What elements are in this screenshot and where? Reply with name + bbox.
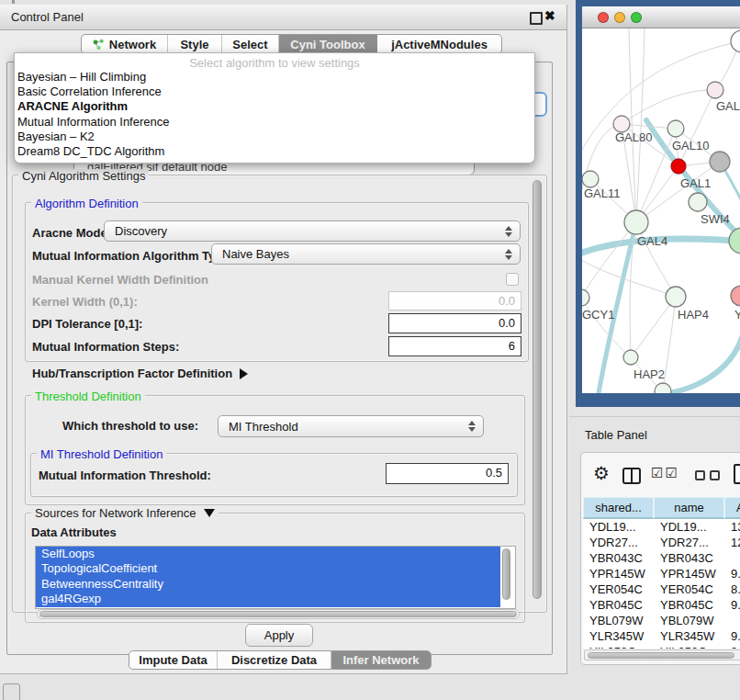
table-hscroll-thumb[interactable] bbox=[588, 652, 734, 659]
manual-kernel-checkbox[interactable] bbox=[506, 273, 519, 286]
tab-label: Network bbox=[109, 38, 156, 51]
network-node[interactable] bbox=[671, 159, 686, 174]
minimized-panel-icon[interactable] bbox=[3, 683, 20, 700]
tab-label: jActiveMNodules bbox=[391, 38, 488, 51]
attribute-list-item[interactable]: gal4RGexp bbox=[36, 592, 500, 606]
aracne-mode-combo[interactable]: Discovery bbox=[104, 220, 521, 242]
algorithm-option[interactable]: Mutual Information Inference bbox=[15, 115, 534, 130]
column-header-shared-name[interactable]: shared... bbox=[583, 497, 654, 519]
hub-section-toggle[interactable]: Hub/Transcription Factor Definition bbox=[32, 367, 248, 380]
collapsed-arrow-icon bbox=[240, 368, 248, 379]
zoom-traffic-light-icon[interactable] bbox=[631, 12, 642, 23]
top-edge-tick bbox=[12, 0, 15, 4]
control-panel-titlebar[interactable]: Control Panel ✖ bbox=[0, 5, 566, 30]
table-cell: YIL052C bbox=[654, 644, 724, 649]
unselect-all-checkbox-icon-2[interactable] bbox=[710, 470, 720, 480]
float-window-icon[interactable] bbox=[530, 12, 543, 25]
mi-threshold-field[interactable]: 0.5 bbox=[386, 463, 509, 484]
unselect-all-checkbox-icon-1[interactable] bbox=[695, 470, 705, 480]
column-header-partial[interactable]: A bbox=[724, 497, 740, 519]
minimize-traffic-light-icon[interactable] bbox=[614, 12, 625, 23]
attributes-hscroll-thumb[interactable] bbox=[39, 611, 517, 617]
new-table-icon[interactable] bbox=[734, 464, 740, 484]
table-row[interactable]: YIL052CYIL052C9. bbox=[583, 644, 740, 649]
network-node[interactable] bbox=[710, 152, 730, 172]
attributes-hscroll-track[interactable] bbox=[37, 609, 520, 619]
network-canvas[interactable]: GALGAL80GAL10GAL1GAL11SWI4GAL4GCY1HAP4YH… bbox=[582, 28, 740, 393]
hub-section-label: Hub/Transcription Factor Definition bbox=[32, 367, 232, 380]
manual-kernel-label: Manual Kernel Width Definition bbox=[32, 273, 208, 287]
network-node[interactable] bbox=[624, 210, 648, 234]
network-node[interactable] bbox=[689, 193, 707, 211]
which-threshold-combo[interactable]: MI Threshold bbox=[218, 415, 484, 437]
table-row[interactable]: YLR345WYLR345W9. bbox=[583, 628, 740, 644]
table-cell: YDL19... bbox=[583, 519, 654, 535]
bottom-tab-infer-network[interactable]: Infer Network bbox=[331, 651, 431, 669]
table-row[interactable]: YBL079WYBL079W bbox=[583, 613, 740, 628]
sources-group-title: Sources for Network Inference bbox=[35, 506, 196, 520]
settings-vertical-scrollbar[interactable] bbox=[533, 180, 542, 599]
column-header-name[interactable]: name bbox=[654, 497, 724, 519]
network-node[interactable] bbox=[707, 82, 723, 98]
apply-button[interactable]: Apply bbox=[245, 624, 313, 647]
attributes-list-scrollbar[interactable] bbox=[502, 548, 510, 600]
network-node[interactable] bbox=[623, 350, 638, 365]
tab-network[interactable]: Network bbox=[82, 35, 168, 53]
network-node[interactable] bbox=[582, 171, 599, 187]
cyni-bottom-tabs: Impute DataDiscretize DataInfer Network bbox=[129, 650, 432, 670]
table-row[interactable]: YBR045CYBR045C9. bbox=[583, 597, 740, 613]
sources-group-toggle[interactable]: Sources for Network Inference bbox=[31, 506, 219, 520]
close-icon[interactable]: ✖ bbox=[544, 8, 555, 23]
network-edge[interactable] bbox=[669, 332, 740, 393]
tab-jactivemnodules[interactable]: jActiveMNodules bbox=[377, 35, 501, 53]
tab-label: Select bbox=[232, 38, 267, 51]
network-node[interactable] bbox=[731, 286, 740, 306]
column-browser-icon[interactable] bbox=[622, 468, 641, 484]
network-node[interactable] bbox=[582, 289, 589, 306]
tab-cyni-toolbox[interactable]: Cyni Toolbox bbox=[279, 35, 377, 53]
attribute-list-item[interactable]: BetweennessCentrality bbox=[36, 577, 500, 592]
tab-style[interactable]: Style bbox=[168, 35, 222, 53]
kernel-width-field[interactable]: 0.0 bbox=[388, 291, 521, 310]
table-cell: 12 bbox=[724, 535, 740, 550]
dpi-tolerance-field[interactable]: 0.0 bbox=[388, 313, 521, 333]
table-row[interactable]: YER054CYER054C8. bbox=[583, 581, 740, 597]
algorithm-option[interactable]: Basic Correlation Inference bbox=[15, 85, 534, 99]
bottom-tab-discretize-data[interactable]: Discretize Data bbox=[218, 651, 331, 669]
node-label: HAP4 bbox=[678, 308, 709, 322]
algorithm-option[interactable]: Bayesian – Hill Climbing bbox=[15, 70, 534, 85]
network-node[interactable] bbox=[731, 30, 740, 52]
select-all-checkboxes-icon[interactable]: ☑☑ bbox=[651, 465, 679, 481]
network-node[interactable] bbox=[655, 383, 671, 393]
table-row[interactable]: YPR145WYPR145W9. bbox=[583, 566, 740, 581]
table-row[interactable]: YDR27...YDR27...12 bbox=[583, 535, 740, 550]
network-node[interactable] bbox=[666, 287, 686, 307]
tab-select[interactable]: Select bbox=[222, 35, 279, 53]
algorithm-option[interactable]: ARACNE Algorithm bbox=[15, 99, 534, 114]
table-row[interactable]: YDL19...YDL19...13 bbox=[583, 519, 740, 535]
table-cell: YDR27... bbox=[583, 535, 654, 550]
attribute-list-item[interactable]: SelfLoops bbox=[36, 547, 500, 561]
close-traffic-light-icon[interactable] bbox=[598, 12, 609, 23]
data-attributes-list[interactable]: SelfLoopsTopologicalCoefficientBetweenne… bbox=[35, 546, 516, 609]
algorithm-option[interactable]: Dream8 DC_TDC Algorithm bbox=[15, 144, 534, 159]
table-cell: 9. bbox=[724, 628, 740, 644]
bottom-tab-impute-data[interactable]: Impute Data bbox=[129, 651, 218, 669]
attribute-list-item[interactable]: TopologicalCoefficient bbox=[36, 561, 500, 576]
network-view-window[interactable]: GALGAL80GAL10GAL1GAL11SWI4GAL4GCY1HAP4YH… bbox=[576, 0, 740, 407]
stepper-icon bbox=[505, 226, 512, 237]
network-node[interactable] bbox=[667, 120, 684, 137]
mi-algorithm-type-combo[interactable]: Naive Bayes bbox=[211, 243, 521, 265]
table-hscroll-track[interactable] bbox=[584, 649, 740, 660]
table-row[interactable]: YBR043CYBR043C bbox=[583, 550, 740, 566]
gear-icon[interactable]: ⚙ bbox=[593, 462, 610, 484]
network-window-titlebar[interactable] bbox=[582, 6, 740, 28]
table-cell bbox=[724, 613, 740, 628]
algorithm-option[interactable]: Bayesian – K2 bbox=[15, 130, 534, 144]
table-cell: YER054C bbox=[583, 581, 654, 597]
mi-algorithm-type-label: Mutual Information Algorithm Type: bbox=[32, 249, 233, 263]
mi-steps-field[interactable]: 6 bbox=[388, 336, 521, 356]
network-edge[interactable] bbox=[582, 258, 676, 297]
network-node[interactable] bbox=[729, 228, 740, 254]
node-label: GCY1 bbox=[582, 308, 614, 322]
